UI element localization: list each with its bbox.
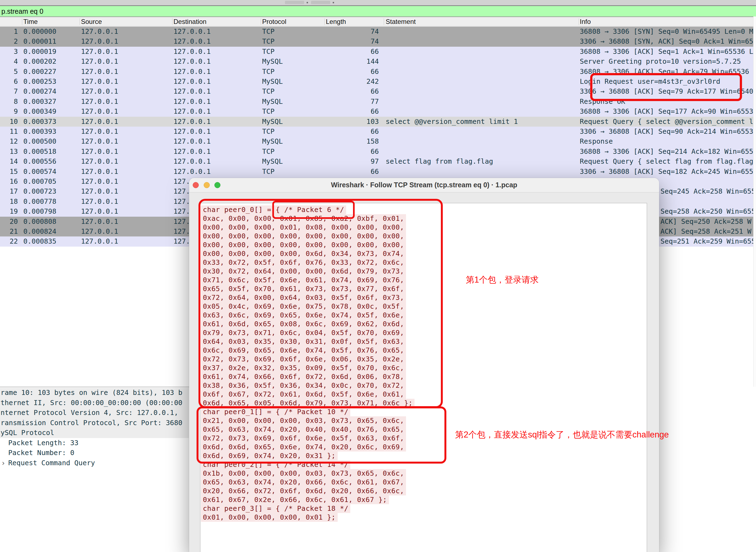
cell-protocol: TCP — [262, 107, 324, 116]
packet-row-15[interactable]: 150.000574127.0.0.1127.0.0.1TCP663306 → … — [0, 167, 756, 176]
column-header-length[interactable]: Length — [326, 17, 346, 26]
cell-length: 66 — [329, 47, 379, 56]
packet-row-3[interactable]: 30.000019127.0.0.1127.0.0.1TCP6636808 → … — [0, 47, 756, 56]
details-row[interactable]: ransmission Control Protocol, Src Port: … — [0, 418, 189, 428]
dialog-titlebar[interactable]: Wireshark · Follow TCP Stream (tcp.strea… — [189, 178, 659, 192]
cell-protocol: TCP — [262, 147, 324, 156]
packet-row-11[interactable]: 110.000393127.0.0.1127.0.0.1TCP663306 → … — [0, 127, 756, 136]
cell-time: 0.000327 — [23, 97, 81, 107]
packet-row-6[interactable]: 60.000253127.0.0.1127.0.0.1MySQL242Login… — [0, 77, 756, 87]
column-header-protocol[interactable]: Protocol — [262, 17, 286, 26]
column-header-time[interactable]: Time — [23, 17, 38, 26]
cell-time: 0.000000 — [23, 27, 81, 36]
details-row[interactable]: nternet Protocol Version 4, Src: 127.0.0… — [0, 408, 189, 418]
column-divider[interactable] — [261, 18, 261, 25]
cell-source: 127.0.0.1 — [81, 67, 172, 77]
stream-client-text: 0x37, 0x2e, 0x32, 0x35, 0x09, 0x5f, 0x70… — [201, 364, 406, 372]
packet-row-1[interactable]: 10.000000127.0.0.1127.0.0.1TCP7436808 → … — [0, 27, 756, 36]
cell-source: 127.0.0.1 — [81, 237, 172, 246]
stream-line: 0x33, 0x72, 0x5f, 0x6f, 0x76, 0x33, 0x72… — [200, 258, 647, 267]
stream-text-area[interactable]: char peer0_0[] = { /* Packet 6 */0xac, 0… — [200, 203, 647, 552]
cell-no: 15 — [0, 167, 18, 176]
dialog-title: Wireshark · Follow TCP Stream (tcp.strea… — [189, 181, 659, 189]
cell-no: 21 — [0, 227, 18, 237]
packet-details-pane: rame 10: 103 bytes on wire (824 bits), 1… — [0, 387, 189, 552]
stream-line: 0x00, 0x00, 0x00, 0x00, 0x6d, 0x34, 0x73… — [200, 249, 647, 258]
cell-length: 158 — [329, 136, 379, 146]
column-divider[interactable] — [172, 18, 172, 25]
cell-source: 127.0.0.1 — [81, 147, 172, 156]
column-header-destination[interactable]: Destination — [174, 17, 206, 26]
packet-row-12[interactable]: 120.000500127.0.0.1127.0.0.1MySQL158Resp… — [0, 136, 756, 146]
stream-client-text: 0x00, 0x00, 0x00, 0x01, 0x08, 0x00, 0x00… — [201, 223, 406, 232]
cell-destination: 127.0.0.1 — [174, 36, 261, 46]
stream-line: 0x71, 0x6c, 0x5f, 0x6e, 0x61, 0x74, 0x69… — [200, 276, 647, 284]
column-divider[interactable] — [79, 18, 80, 25]
column-header-statement[interactable]: Statement — [386, 17, 416, 26]
stream-client-text: 0x21, 0x00, 0x00, 0x00, 0x03, 0x73, 0x65… — [201, 416, 406, 425]
packet-row-7[interactable]: 70.000274127.0.0.1127.0.0.1TCP663306 → 3… — [0, 87, 756, 96]
cell-info: 36808 → 3306 [ACK] Seq=214 Ack=182 Win=6… — [580, 147, 753, 156]
stream-content: char peer0_0[] = { /* Packet 6 */0xac, 0… — [200, 203, 647, 522]
stream-client-text: 0x00, 0x00, 0x00, 0x00, 0x00, 0x00, 0x00… — [201, 232, 406, 241]
packet-row-5[interactable]: 50.000227127.0.0.1127.0.0.1TCP6636808 → … — [0, 67, 756, 77]
cell-info: Response OK — [580, 97, 753, 107]
packet-row-4[interactable]: 40.000202127.0.0.1127.0.0.1MySQL144Serve… — [0, 56, 756, 66]
stream-line: 0x6f, 0x67, 0x72, 0x61, 0x6d, 0x5f, 0x6e… — [200, 390, 647, 399]
cell-time: 0.000349 — [23, 107, 81, 116]
cell-destination: 127.0.0.1 — [174, 77, 261, 87]
stream-line: 0x1b, 0x00, 0x00, 0x00, 0x03, 0x73, 0x65… — [200, 469, 647, 478]
cell-protocol: TCP — [262, 67, 324, 77]
column-divider[interactable] — [579, 18, 579, 25]
stream-line: 0x6d, 0x6d, 0x65, 0x6e, 0x74, 0x20, 0x6c… — [200, 443, 647, 451]
cell-info: Login Request user=m4st3r_ov3rl0rd — [580, 77, 753, 87]
stream-line-header-2: char peer0_2[] = { /* Packet 14 */ — [200, 460, 647, 469]
cell-source: 127.0.0.1 — [81, 196, 172, 206]
details-row[interactable]: ySQL Protocol — [0, 428, 189, 438]
packet-row-2[interactable]: 20.000011127.0.0.1127.0.0.1TCP743306 → 3… — [0, 36, 756, 46]
cell-time: 0.000808 — [23, 217, 81, 227]
details-row-label: Packet Number: 0 — [8, 448, 74, 458]
column-divider[interactable] — [325, 18, 325, 25]
stream-client-text: 0x00, 0x00, 0x00, 0x00, 0x6d, 0x34, 0x73… — [201, 249, 406, 258]
stream-client-text: 0x01, 0x00, 0x00, 0x00, 0x01 }; — [201, 513, 338, 522]
details-row[interactable]: thernet II, Src: 00:00:00_00:00:00 (00:0… — [0, 398, 189, 408]
packet-row-10[interactable]: 100.000373127.0.0.1127.0.0.1MySQL103sele… — [0, 117, 756, 127]
packet-list-header: Time Source Destination Protocol Length … — [0, 16, 756, 26]
chevron-right-icon[interactable]: › — [1, 458, 5, 468]
cell-length: 74 — [329, 36, 379, 46]
column-divider[interactable] — [384, 18, 384, 25]
cell-source: 127.0.0.1 — [81, 107, 172, 116]
cell-protocol: TCP — [262, 36, 324, 46]
column-divider[interactable] — [22, 18, 22, 25]
details-row[interactable]: rame 10: 103 bytes on wire (824 bits), 1… — [0, 388, 189, 398]
cell-no: 9 — [0, 107, 18, 116]
cell-time: 0.000574 — [23, 167, 81, 176]
details-row[interactable]: Packet Number: 0 — [0, 448, 189, 458]
cell-info: Request Query { select @@version_comment… — [580, 117, 753, 127]
column-header-info[interactable]: Info — [580, 17, 591, 26]
cell-time: 0.000824 — [23, 227, 81, 237]
packet-row-14[interactable]: 140.000556127.0.0.1127.0.0.1MySQL97selec… — [0, 156, 756, 166]
packet-row-9[interactable]: 90.000349127.0.0.1127.0.0.1TCP6636808 → … — [0, 107, 756, 116]
cell-protocol: TCP — [262, 47, 324, 56]
details-row[interactable]: ›Request Command Query — [0, 458, 189, 468]
column-header-source[interactable]: Source — [81, 17, 102, 26]
cell-protocol: MySQL — [262, 56, 324, 66]
stream-client-text: 0x72, 0x73, 0x69, 0x6f, 0x6e, 0x06, 0x35… — [201, 355, 406, 364]
packet-row-8[interactable]: 80.000327127.0.0.1127.0.0.1MySQL77Respon… — [0, 97, 756, 107]
cell-info: 3306 → 36808 [ACK] Seq=90 Ack=214 Win=65… — [580, 127, 753, 136]
cell-protocol: MySQL — [262, 117, 324, 127]
details-row[interactable]: Packet Length: 33 — [0, 438, 189, 448]
cell-destination: 127.0.0.1 — [174, 67, 261, 77]
cell-source: 127.0.0.1 — [81, 47, 172, 56]
stream-client-text: 0x61, 0x67, 0x2e, 0x66, 0x6c, 0x61, 0x67… — [201, 496, 389, 504]
packet-list-scrollbar[interactable] — [753, 16, 756, 387]
cell-no: 2 — [0, 36, 18, 46]
cell-time: 0.000274 — [23, 87, 81, 96]
cell-info: Response — [580, 136, 753, 146]
packet-row-13[interactable]: 130.000518127.0.0.1127.0.0.1TCP6636808 →… — [0, 147, 756, 156]
cell-length: 66 — [329, 107, 379, 116]
stream-client-text: 0x79, 0x73, 0x71, 0x6c, 0x04, 0x5f, 0x70… — [201, 328, 406, 337]
filter-input[interactable]: p.stream eq 0 — [0, 6, 756, 16]
